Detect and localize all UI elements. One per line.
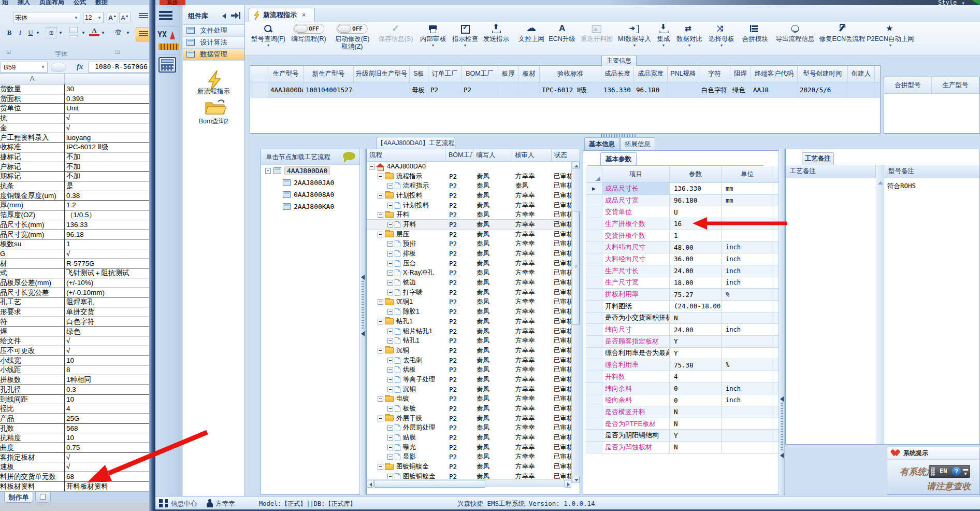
bom-folder-icon[interactable] (204, 98, 226, 116)
flow-tree-row[interactable]: 显影 P2 秦凤 方幸幸 已审核 (367, 452, 571, 462)
tree-child-node[interactable]: 2AAJ800KA0 (261, 201, 359, 212)
param-row[interactable]: 成品尺寸宽 96.180 mm (586, 195, 782, 207)
spreadsheet-row[interactable]: 料拼的交货单元数 68 (0, 472, 151, 482)
dropdown-arrow-icon[interactable]: ▼ (633, 43, 637, 48)
param-row[interactable]: 是否为PTFE板材 N (586, 418, 782, 430)
flow-tree-row[interactable]: 烘板 P2 秦凤 方幸幸 已审核 (367, 365, 571, 375)
flow-tree-row[interactable]: 图镀铜镍金 P2 秦凤 方幸幸 已审核 (367, 462, 571, 472)
splitter-right[interactable] (779, 149, 785, 495)
font-size-select[interactable]: 12▼ (83, 12, 104, 23)
param-row[interactable]: 大料经向尺寸 36.00 inch (586, 253, 782, 265)
remark-scrollbar[interactable] (876, 165, 884, 444)
expand-icon[interactable] (387, 261, 393, 266)
spreadsheet-row[interactable]: 拼板数 1种相同 (0, 375, 151, 385)
expand-icon[interactable] (378, 193, 383, 198)
tab-basic-params[interactable]: 基本参数 (600, 152, 637, 165)
dropdown-arrow-icon[interactable]: ▼ (267, 43, 270, 48)
spreadsheet-row[interactable]: 品板厚公差(mm) (+/-10%) (0, 278, 151, 288)
new-sheet-tab[interactable] (35, 492, 51, 503)
flow-tree-row[interactable]: 计划投料 P2 秦凤 方幸幸 已审核 (367, 201, 571, 210)
ime-help-icon[interactable]: ? (952, 467, 961, 476)
spreadsheet-row[interactable]: 品尺寸长(mm) 136.33 (0, 220, 151, 230)
spreadsheet-row[interactable]: 曲度 0.75 (0, 443, 151, 453)
ribbon-button[interactable]: OFF 启动修改(E) 取消(Z) (335, 24, 370, 51)
grow-font-button[interactable]: A▲ (107, 12, 118, 23)
expand-icon[interactable] (387, 251, 393, 257)
formula-value[interactable]: 1080-R-5670G6 (88, 62, 151, 73)
excel-ribbon-tabs[interactable]: 始插入页面布局公式数据 (0, 0, 151, 5)
ribbon-button[interactable]: 发送指示 (483, 24, 509, 43)
collapse-icon[interactable] (265, 168, 271, 174)
expand-icon[interactable] (387, 280, 393, 286)
sheet-tab[interactable]: 制作单 (4, 492, 33, 503)
spreadsheet-row[interactable]: 品尺寸长宽公差 (+/-0.10mm) (0, 288, 151, 298)
horizontal-scrollbar[interactable] (367, 479, 571, 487)
param-row[interactable]: 生产尺寸宽 18.00 inch (586, 277, 782, 289)
tree-root-node[interactable]: 4AAJ800DA0 (261, 165, 359, 177)
spreadsheet-row[interactable]: 到线间距 10 (0, 395, 151, 405)
ribbon-button[interactable]: ECN升级 (549, 24, 575, 43)
param-row[interactable]: 综合利用率 75.38 % (586, 359, 782, 371)
spreadsheet-row[interactable]: 焊 绿色 (0, 327, 151, 337)
row-selector[interactable] (586, 183, 602, 194)
expand-icon[interactable] (378, 396, 383, 402)
ribbon-button[interactable]: 集成 ▼ (657, 24, 670, 48)
expand-icon[interactable] (378, 299, 383, 305)
param-row[interactable]: 拼板利用率 75.27 % (586, 289, 782, 301)
cell-name-box[interactable]: B59▼ (0, 62, 48, 73)
param-row[interactable]: 开料数 4 (586, 371, 782, 383)
flow-tree-row[interactable]: 板镀 P2 秦凤 方幸幸 已审核 (367, 404, 571, 414)
param-row[interactable]: 是否顾客指定板材 Y (586, 336, 782, 348)
ime-language-bar[interactable]: EN ? ▬▾ (929, 465, 970, 478)
ime-minimize-icon[interactable]: ▬▾ (963, 466, 968, 476)
param-row[interactable]: 交货单位 U (586, 206, 782, 218)
row-selector[interactable] (586, 359, 602, 371)
spreadsheet-row[interactable]: 户工程资料录入 luoyang (0, 133, 151, 143)
flow-tree-row[interactable]: 电镀 P2 秦凤 方幸幸 已审核 (367, 394, 571, 404)
toggle-off-switch[interactable]: OFF (293, 24, 324, 34)
expand-icon[interactable] (387, 377, 393, 382)
row-selector[interactable] (586, 313, 602, 324)
flow-tree-row[interactable]: 开料 P2 秦凤 方幸幸 已审核 (367, 220, 571, 230)
border-dropdown[interactable]: ▼ (58, 29, 63, 36)
expand-icon[interactable] (387, 367, 393, 373)
spreadsheet-row[interactable]: 品尺寸宽(mm) 96.18 (0, 230, 151, 240)
param-row[interactable]: 纬向尺寸 24.00 inch (586, 324, 782, 336)
spreadsheet-grid[interactable]: 货数量 30 货面积 0.393 货单位 Unit 抗 √ 金 √ 户工程资料录… (0, 84, 151, 492)
flow-tree-row[interactable]: 外层前处理 P2 秦凤 方幸幸 已审核 (367, 423, 571, 433)
font-name-select[interactable]: 宋体▼ (13, 12, 80, 23)
row-selector[interactable] (586, 277, 602, 289)
new-flow-tool-label[interactable]: 新流程指示 (183, 87, 244, 96)
expand-icon[interactable] (387, 387, 393, 392)
spreadsheet-row[interactable]: 抗精度 10 (0, 433, 151, 443)
yx-logo-icon[interactable]: YX (157, 30, 180, 52)
category-button[interactable]: 数据管理 (183, 49, 244, 61)
spreadsheet-row[interactable]: 符 白色字符 (0, 317, 151, 327)
row-selector[interactable] (586, 394, 602, 406)
spreadsheet-row[interactable]: 客指定板材 √ (0, 453, 151, 463)
row-selector[interactable] (586, 324, 602, 335)
fill-color-button[interactable] (68, 27, 80, 36)
param-row[interactable]: 生产尺寸长 24.00 inch (586, 265, 782, 277)
flow-tree-row[interactable]: 预排 P2 秦凤 方幸幸 已审核 (367, 239, 571, 249)
flow-tree-row[interactable]: 4AAJ800DA0 (367, 162, 571, 172)
flow-tree-row[interactable]: 沉铜 P2 秦凤 方幸幸 已审核 (367, 346, 571, 356)
flow-tree-row[interactable]: 层压 P2 秦凤 方幸幸 已审核 (367, 230, 571, 239)
spreadsheet-row[interactable]: 度铜镍金厚度(um) 0.38 (0, 191, 151, 201)
system-message-title[interactable]: 系统提示 (887, 447, 979, 460)
row-selector[interactable] (586, 383, 602, 394)
row-selector[interactable] (586, 442, 602, 453)
toggle-off-switch[interactable]: OFF (337, 24, 368, 34)
category-button[interactable]: 文件处理 (183, 25, 244, 37)
pin-arrow-icon[interactable] (231, 12, 240, 19)
expand-icon[interactable] (378, 212, 383, 218)
param-row[interactable]: 经向余料 0 inch (586, 394, 782, 406)
ribbon-button[interactable]: 合拼模块 (742, 24, 768, 43)
menu-icon[interactable] (159, 9, 172, 22)
flow-tree-row[interactable]: 压合 P2 秦凤 方幸幸 已审核 (367, 259, 571, 268)
spreadsheet-row[interactable]: 箔厚度(OZ) （1/0.5） (0, 210, 151, 220)
spreadsheet-row[interactable]: 速板 √ (0, 462, 151, 472)
spreadsheet-row[interactable]: 径比 4 (0, 404, 151, 414)
font-color-dropdown[interactable]: ▼ (100, 29, 106, 36)
spreadsheet-row[interactable]: 产品 25G (0, 414, 151, 424)
